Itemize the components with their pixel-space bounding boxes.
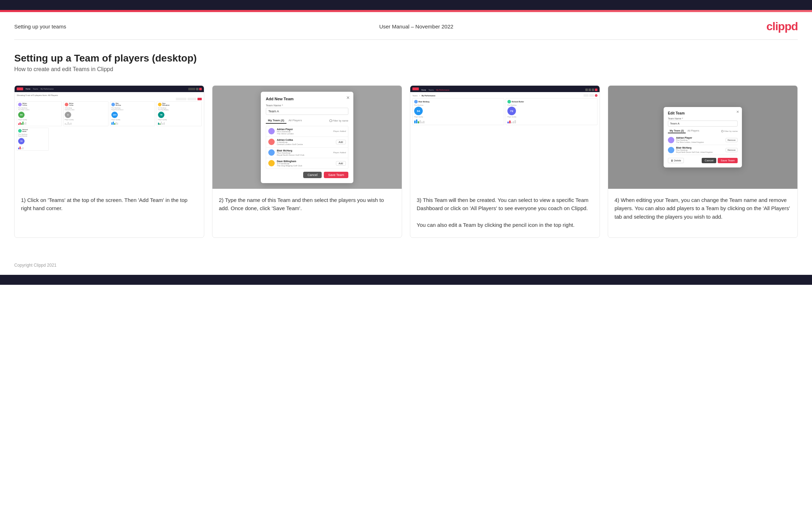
modal-tabs: My Team (2) All Players Filter by name [266, 118, 348, 124]
cancel-button[interactable]: Cancel [303, 172, 322, 178]
cards-row: Home Teams My Performance Showing 5 out … [14, 85, 798, 238]
card-2-text: 2) Type the name of this Team and then s… [212, 189, 402, 238]
player-list: Adrian Player Plus HandicapThe Shire Lon… [266, 126, 348, 169]
edit-player-name-2: Blair McHarg [676, 146, 724, 149]
card-4-text: 4) When editing your Team, you can chang… [608, 189, 797, 238]
ss3-player-2: Richard Butler Plus Handicap 72 Player Q… [506, 98, 597, 125]
player-name-1: Adrian Player [277, 128, 331, 130]
player-cards: AdrianCollins Plus HandicapThe Shire Lon… [17, 101, 202, 126]
modal-add-title: Add New Team [266, 97, 348, 101]
ss3-topbar: Home Teams My Performance [410, 86, 600, 92]
page-subtitle: How to create and edit Teams in Clippd [14, 66, 798, 73]
team-name-input[interactable]: Team A [266, 108, 348, 115]
tab-my-team[interactable]: My Team (2) [266, 118, 286, 124]
edit-player-info-2: Blair McHarg Plus HandicapRoyal North De… [676, 146, 724, 153]
player-info-4: Dave Billingham 3.5 HandicapThe Dog Magi… [277, 160, 334, 167]
edit-filter-checkbox[interactable] [721, 130, 723, 132]
screenshot-3: Home Teams My Performance Teams [410, 86, 600, 189]
screenshot-2: Add New Team ✕ Team Name * Team A My Tea… [212, 86, 402, 189]
edit-team-name-input[interactable]: Team A [668, 121, 738, 127]
trash-icon: 🗑 [671, 159, 673, 162]
edit-cancel-button[interactable]: Cancel [702, 158, 716, 163]
modal-footer: Cancel Save Team [266, 172, 348, 178]
player-name-3: Blair McHarg [277, 149, 331, 152]
edit-player-2: Blair McHarg Plus HandicapRoyal North De… [668, 145, 738, 155]
player-item-3: Blair McHarg Plus HandicapRoyal North De… [266, 148, 348, 158]
player-avatar-2 [268, 139, 275, 145]
footer-copyright: Copyright Clippd 2021 [0, 259, 812, 275]
edit-tab-all-players[interactable]: All Players [686, 129, 701, 133]
screenshot-4: Edit Team ✕ Team Name * Team A My Team (… [608, 86, 797, 189]
bottom-bar [0, 275, 812, 285]
edit-team-name-label: Team Name * [668, 117, 738, 120]
card-1-text: 1) Click on 'Teams' at the top of the sc… [15, 189, 204, 238]
edit-player-detail-1: Plus HandicapThe Shire London, United Ki… [676, 139, 724, 143]
screenshot-1: Home Teams My Performance Showing 5 out … [15, 86, 204, 189]
edit-player-detail-2: Plus HandicapRoyal North Devon Golf Club… [676, 149, 724, 153]
remove-player-btn-2[interactable]: Remove [726, 148, 738, 152]
edit-player-avatar-2 [668, 147, 674, 153]
clippd-logo: clippd [766, 20, 798, 33]
top-bar [0, 0, 812, 10]
ss3-content: Home Teams My Performance Teams [410, 86, 600, 189]
player-status-1: Player Added [333, 130, 346, 132]
edit-tab-my-team[interactable]: My Team (2) [668, 129, 686, 133]
tab-all-players[interactable]: All Players [286, 118, 304, 124]
filter-by-name: Filter by name [329, 119, 348, 122]
modal-close-icon[interactable]: ✕ [346, 95, 350, 100]
player-name-2: Adrian Coliba [277, 139, 334, 141]
player-avatar-3 [268, 149, 275, 156]
add-team-modal: Add New Team ✕ Team Name * Team A My Tea… [261, 92, 353, 183]
player-item-2: Adrian Coliba 1 HandicapCentral London G… [266, 137, 348, 148]
save-team-button[interactable]: Save Team [324, 172, 348, 178]
page-content: Setting up a Team of players (desktop) H… [0, 40, 812, 259]
card-2: Add New Team ✕ Team Name * Team A My Tea… [212, 85, 402, 238]
card-4: Edit Team ✕ Team Name * Team A My Team (… [608, 85, 798, 238]
player-detail-3: Plus HandicapRoyal North Devon Golf Club [277, 152, 331, 156]
header-center-label: User Manual – November 2022 [379, 23, 453, 30]
save-team-edit-button[interactable]: Save Team [718, 158, 738, 163]
card-1: Home Teams My Performance Showing 5 out … [14, 85, 204, 238]
player-detail-2: 1 HandicapCentral London Golf Centre [277, 141, 334, 145]
edit-player-avatar-1 [668, 137, 674, 143]
edit-modal-title: Edit Team [668, 111, 738, 115]
ss3-body: Teams > My Performance ✏ [410, 92, 600, 127]
ss1-topbar: Home Teams My Performance [15, 86, 204, 92]
player-detail-4: 3.5 HandicapThe Dog Maging Golf Club [277, 162, 334, 167]
player-detail-1: Plus HandicapThe Shire London [277, 130, 331, 135]
player-info-1: Adrian Player Plus HandicapThe Shire Lon… [277, 128, 331, 135]
player-avatar-1 [268, 128, 275, 134]
ss4-overlay: Edit Team ✕ Team Name * Team A My Team (… [608, 86, 797, 189]
ss1-body: Showing 5 out of 5 players from: All Pla… [15, 92, 204, 153]
remove-player-btn-1[interactable]: Remove [726, 138, 738, 142]
ss1-second-row: RichardButler Plus HandicapRoyal Birkdal… [17, 128, 202, 151]
ss2-overlay: Add New Team ✕ Team Name * Team A My Tea… [212, 86, 402, 189]
player-info-3: Blair McHarg Plus HandicapRoyal North De… [277, 149, 331, 156]
player-avatar-4 [268, 160, 275, 166]
filter-checkbox[interactable] [329, 119, 332, 122]
ss3-player-1: Blair McHarg Plus Handicap 94 Player Qua… [412, 98, 504, 125]
player-item-4: Dave Billingham 3.5 HandicapThe Dog Magi… [266, 158, 348, 169]
delete-team-button[interactable]: 🗑 Delete [668, 158, 684, 163]
card-3: Home Teams My Performance Teams [410, 85, 600, 238]
edit-player-name-1: Adrian Player [676, 137, 724, 139]
player-item-1: Adrian Player Plus HandicapThe Shire Lon… [266, 126, 348, 137]
edit-player-info-1: Adrian Player Plus HandicapThe Shire Lon… [676, 137, 724, 143]
card-3-text: 3) This Team will then be created. You c… [410, 189, 600, 238]
ss3-players: Blair McHarg Plus Handicap 94 Player Qua… [412, 98, 597, 125]
edit-modal-close-icon[interactable]: ✕ [736, 110, 739, 114]
edit-modal-tabs: My Team (2) All Players Filter by name [668, 129, 738, 133]
player-status-3: Player Added [333, 151, 346, 154]
edit-player-1: Adrian Player Plus HandicapThe Shire Lon… [668, 135, 738, 145]
edit-player-list: Adrian Player Plus HandicapThe Shire Lon… [668, 135, 738, 155]
player-name-4: Dave Billingham [277, 160, 334, 162]
edit-modal-footer: 🗑 Delete Cancel Save Team [668, 158, 738, 163]
page-title: Setting up a Team of players (desktop) [14, 53, 798, 64]
edit-team-modal: Edit Team ✕ Team Name * Team A My Team (… [664, 107, 742, 167]
add-player-btn-4[interactable]: Add [336, 161, 346, 166]
team-name-field-label: Team Name * [266, 104, 348, 107]
header-left-label: Setting up your teams [14, 23, 66, 30]
add-player-btn-2[interactable]: Add [336, 140, 346, 144]
page-header: Setting up your teams User Manual – Nove… [0, 12, 812, 39]
player-info-2: Adrian Coliba 1 HandicapCentral London G… [277, 139, 334, 145]
